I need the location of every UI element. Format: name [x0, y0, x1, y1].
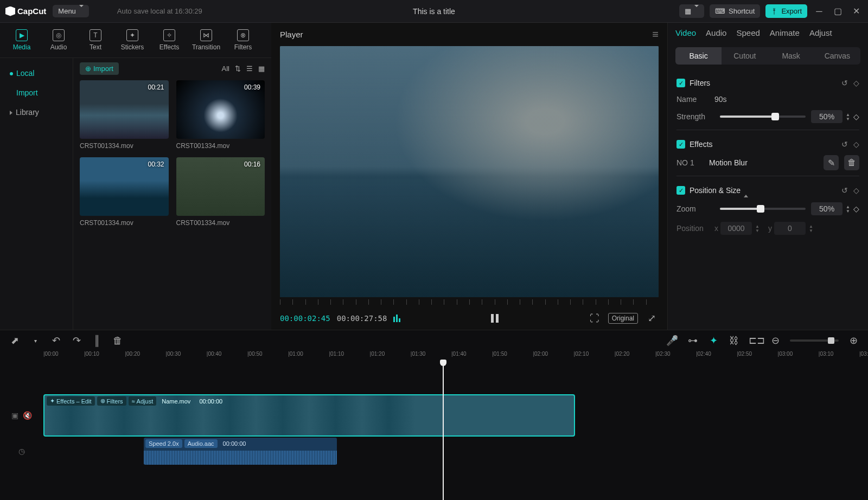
- mute-icon[interactable]: 🔇: [23, 411, 32, 420]
- zoom-slider[interactable]: [790, 339, 839, 342]
- keyframe-icon[interactable]: ◇: [853, 112, 859, 121]
- scan-icon[interactable]: ⛶: [588, 313, 602, 324]
- clip-badge-adjust[interactable]: ≈ Adjust: [129, 396, 157, 406]
- stepper[interactable]: ▲▼: [809, 225, 813, 233]
- timeline-video-clip[interactable]: ✦ Effects – Edit ⊗ Filters ≈ Adjust Name…: [43, 394, 575, 437]
- timeline-ruler[interactable]: |00:00 |00:10 |00:20 |00:30 |00:40 |00:5…: [43, 351, 859, 361]
- fullscreen-icon[interactable]: ⤢: [644, 312, 659, 324]
- maximize-button[interactable]: ▢: [831, 6, 844, 16]
- project-title[interactable]: This is a title: [413, 7, 455, 16]
- checkbox-icon[interactable]: ✓: [676, 140, 685, 149]
- tab-adjust[interactable]: Adjust: [809, 28, 832, 42]
- track-toggle-icon[interactable]: ▣: [11, 411, 18, 420]
- subtab-mask[interactable]: Mask: [768, 47, 814, 65]
- media-clip[interactable]: 00:32CRST001334.mov: [80, 157, 169, 227]
- media-clip[interactable]: 00:16CRST001334.mov: [176, 157, 265, 227]
- tab-transition[interactable]: ⋈Transition: [190, 26, 222, 54]
- strength-value[interactable]: 50%: [811, 110, 843, 123]
- keyframe-icon[interactable]: ◇: [853, 79, 859, 87]
- undo-button[interactable]: ↶: [50, 335, 62, 347]
- stepper[interactable]: ▲▼: [846, 113, 850, 121]
- cursor-tool[interactable]: ⬈: [9, 335, 21, 347]
- tab-audio[interactable]: ◎Audio: [42, 26, 75, 54]
- split-tool[interactable]: ║: [91, 335, 103, 347]
- cursor-dropdown[interactable]: ▾: [29, 338, 41, 344]
- reset-icon[interactable]: ↺: [841, 79, 848, 87]
- clock-icon[interactable]: ◷: [18, 447, 25, 456]
- tab-text[interactable]: TText: [79, 26, 112, 54]
- close-button[interactable]: ✕: [850, 6, 863, 16]
- position-x-value[interactable]: 0000: [720, 222, 752, 235]
- delete-button[interactable]: 🗑: [112, 335, 124, 347]
- layout-button[interactable]: ▦: [679, 4, 704, 18]
- section-effects[interactable]: ✓ Effects ↺◇: [676, 133, 859, 153]
- tab-filters[interactable]: ⊗Filters: [227, 26, 259, 54]
- tab-audio[interactable]: Audio: [706, 28, 726, 42]
- menu-button[interactable]: Menu: [53, 5, 89, 17]
- grid-view-icon[interactable]: ▦: [258, 65, 265, 73]
- position-y-value[interactable]: 0: [774, 222, 806, 235]
- audio-track[interactable]: ◷ Speed 2.0x Audio.aac 00:00:00: [0, 438, 868, 465]
- snap-tool[interactable]: ✦: [707, 335, 719, 347]
- stepper[interactable]: ▲▼: [755, 225, 760, 233]
- zoom-slider[interactable]: [720, 208, 806, 210]
- import-button[interactable]: ⊕Import: [80, 62, 119, 75]
- keyframe-icon[interactable]: ◇: [853, 204, 859, 213]
- list-view-icon[interactable]: ☰: [246, 65, 253, 73]
- reset-icon[interactable]: ↺: [841, 140, 848, 149]
- redo-button[interactable]: ↷: [71, 335, 82, 347]
- shortcut-button[interactable]: ⌨ Shortcut: [710, 4, 760, 18]
- track-area[interactable]: ▣ 🔇 ✦ Effects – Edit ⊗ Filters ≈ Adjust …: [0, 361, 868, 500]
- reset-icon[interactable]: ↺: [841, 186, 848, 195]
- zoom-value[interactable]: 50%: [811, 202, 843, 215]
- link-tool[interactable]: ⊶: [687, 335, 699, 347]
- split-view-tool[interactable]: ⊏⊐: [749, 335, 761, 347]
- zoom-in-button[interactable]: ⊕: [847, 335, 859, 347]
- playhead[interactable]: [443, 361, 444, 500]
- checkbox-icon[interactable]: ✓: [676, 79, 685, 87]
- sort-icon[interactable]: ⇅: [235, 65, 241, 73]
- ruler-tick: |00:40: [207, 351, 222, 357]
- video-preview[interactable]: [280, 46, 659, 297]
- minimize-button[interactable]: ─: [813, 7, 826, 16]
- stepper[interactable]: ▲▼: [846, 205, 850, 213]
- subtab-canvas[interactable]: Canvas: [814, 47, 860, 65]
- video-track[interactable]: ▣ 🔇 ✦ Effects – Edit ⊗ Filters ≈ Adjust …: [0, 394, 868, 437]
- mic-icon[interactable]: 🎤: [666, 335, 678, 347]
- section-filters[interactable]: ✓ Filters ↺◇: [676, 72, 859, 92]
- edit-effect-button[interactable]: ✎: [824, 155, 839, 170]
- strength-slider[interactable]: [720, 116, 806, 118]
- checkbox-icon[interactable]: ✓: [676, 186, 685, 195]
- player-menu-icon[interactable]: ≡: [652, 28, 659, 41]
- keyframe-icon[interactable]: ◇: [853, 140, 859, 149]
- subtab-basic[interactable]: Basic: [675, 47, 722, 65]
- tab-stickers[interactable]: ✦Stickers: [116, 26, 149, 54]
- chain-tool[interactable]: ⛓: [728, 335, 740, 347]
- caret-up-icon: [741, 186, 748, 195]
- sidebar-library[interactable]: Library: [0, 102, 73, 122]
- audio-levels-icon[interactable]: [393, 315, 402, 322]
- timeline-audio-clip[interactable]: Speed 2.0x Audio.aac 00:00:00: [144, 438, 337, 465]
- tab-media[interactable]: ▶Media: [5, 26, 38, 54]
- sidebar-local[interactable]: Local: [0, 63, 73, 83]
- tab-animate[interactable]: Animate: [770, 28, 800, 42]
- pause-button[interactable]: [491, 314, 499, 323]
- media-clip[interactable]: 00:21CRST001334.mov: [80, 80, 169, 150]
- aspect-ratio-button[interactable]: Original: [608, 313, 638, 324]
- section-position-size[interactable]: ✓ Position & Size ↺◇: [676, 180, 859, 199]
- player-ruler[interactable]: [280, 297, 659, 307]
- media-clip[interactable]: 00:39CRST001334.mov: [176, 80, 265, 150]
- tab-effects[interactable]: ✧Effects: [153, 26, 186, 54]
- subtab-cutout[interactable]: Cutout: [722, 47, 768, 65]
- clip-badge-filters[interactable]: ⊗ Filters: [97, 396, 126, 406]
- tab-speed[interactable]: Speed: [736, 28, 760, 42]
- delete-effect-button[interactable]: 🗑: [844, 155, 859, 170]
- filter-all[interactable]: All: [222, 65, 229, 73]
- sidebar-import[interactable]: Import: [0, 83, 73, 102]
- clip-badge-effects[interactable]: ✦ Effects – Edit: [47, 396, 95, 406]
- zoom-out-button[interactable]: ⊖: [769, 335, 781, 347]
- export-button[interactable]: ⭱ Export: [765, 4, 807, 18]
- tab-video[interactable]: Video: [675, 28, 696, 42]
- keyframe-icon[interactable]: ◇: [853, 186, 859, 195]
- ruler-tick: |02:50: [737, 351, 752, 357]
